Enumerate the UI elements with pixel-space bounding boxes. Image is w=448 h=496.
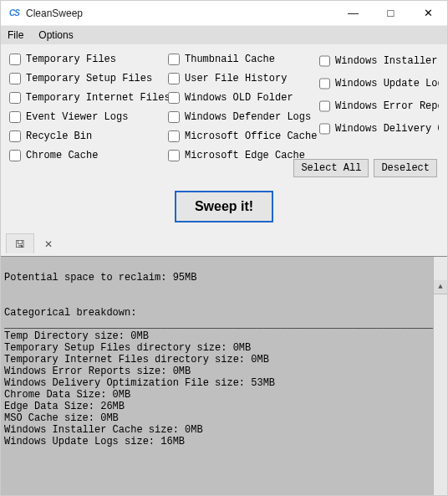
- checkbox-windows-installer-cache[interactable]: Windows Installer Cache: [319, 49, 439, 72]
- report-line: Windows Installer Cache size: 0MB: [4, 424, 203, 436]
- report-line: Windows Update Logs size: 16MB: [4, 436, 185, 447]
- checkbox-label: Thumbnail Cache: [185, 54, 275, 65]
- checkbox-label: Temporary Files: [26, 54, 116, 65]
- report-line: Temp Directory size: 0MB: [4, 330, 149, 342]
- app-logo-icon: CS: [8, 7, 21, 20]
- tab-close-icon[interactable]: ✕: [34, 233, 63, 253]
- checkbox-column-1: Temporary Files Temporary Setup Files Te…: [9, 49, 168, 165]
- minimize-button[interactable]: —: [334, 1, 372, 26]
- checkbox-input[interactable]: [9, 150, 21, 161]
- checkbox-label: User File History: [185, 73, 287, 84]
- report-line: Windows Error Reports size: 0MB: [4, 366, 191, 377]
- checkbox-label: Recycle Bin: [26, 130, 92, 142]
- checkbox-label: Windows Installer Cache: [335, 55, 439, 67]
- checkbox-input[interactable]: [168, 111, 180, 123]
- menu-options[interactable]: Options: [38, 29, 73, 41]
- checkbox-label: Microsoft Office Cache: [185, 130, 317, 142]
- checkbox-windows-update-logs[interactable]: Windows Update Logs: [319, 72, 439, 95]
- checkbox-label: Windows Update Logs: [335, 78, 439, 89]
- checkbox-windows-error-reports[interactable]: Windows Error Reports: [319, 95, 439, 117]
- checkbox-microsoft-office-cache[interactable]: Microsoft Office Cache: [168, 126, 319, 146]
- options-panel: Temporary Files Temporary Setup Files Te…: [1, 44, 447, 182]
- scroll-up-icon[interactable]: ▲: [434, 280, 447, 294]
- sweep-area: Sweep it!: [1, 182, 447, 231]
- checkbox-input[interactable]: [9, 92, 21, 104]
- checkbox-input[interactable]: [168, 130, 180, 142]
- checkbox-input[interactable]: [9, 130, 21, 142]
- checkbox-label: Windows Defender Logs: [185, 111, 311, 123]
- sweep-it-button[interactable]: Sweep it!: [175, 191, 273, 222]
- tab-strip: 🖫 ✕: [1, 231, 447, 256]
- checkbox-temporary-setup-files[interactable]: Temporary Setup Files: [9, 69, 168, 88]
- menubar: File Options: [1, 26, 447, 44]
- report-line: Temporary Setup Files directory size: 0M…: [4, 342, 251, 354]
- checkbox-label: Temporary Internet Files: [26, 92, 168, 104]
- report-line: Edge Data Size: 26MB: [4, 401, 125, 412]
- report-line: Windows Delivery Optimization File size:…: [4, 377, 275, 389]
- checkbox-label: Windows Delivery Optimizat: [335, 123, 439, 135]
- deselect-button[interactable]: Deselect: [374, 159, 437, 177]
- checkbox-input[interactable]: [9, 54, 21, 65]
- checkbox-input[interactable]: [319, 100, 330, 112]
- checkbox-column-2: Thumbnail Cache User File History Window…: [168, 49, 319, 165]
- checkbox-label: Event Viewer Logs: [26, 111, 128, 123]
- checkbox-input[interactable]: [168, 73, 180, 84]
- close-button[interactable]: ✕: [410, 1, 447, 26]
- checkbox-label: Microsoft Edge Cache: [185, 150, 305, 161]
- checkbox-windows-defender-logs[interactable]: Windows Defender Logs: [168, 107, 319, 126]
- checkbox-column-3: Windows Installer Cache Windows Update L…: [319, 49, 439, 165]
- checkbox-thumbnail-cache[interactable]: Thumbnail Cache: [168, 49, 319, 69]
- checkbox-recycle-bin[interactable]: Recycle Bin: [9, 126, 168, 146]
- report-potential-line: Potential space to reclaim: 95MB: [4, 272, 196, 284]
- checkbox-input[interactable]: [319, 123, 330, 135]
- report-breakdown-heading: Categorical breakdown:: [4, 307, 136, 319]
- window-title: CleanSweep: [26, 8, 83, 19]
- report-divider: ________________________________________…: [4, 319, 448, 330]
- checkbox-windows-old-folder[interactable]: Windows OLD Folder: [168, 88, 319, 107]
- report-line: Chrome Data Size: 0MB: [4, 389, 130, 401]
- report-line: Temporary Internet Files directory size:…: [4, 354, 269, 366]
- checkbox-label: Chrome Cache: [26, 150, 98, 161]
- checkbox-windows-delivery-optimization[interactable]: Windows Delivery Optimizat: [319, 117, 439, 140]
- menu-file[interactable]: File: [8, 29, 23, 41]
- checkbox-label: Windows Error Reports: [335, 100, 439, 112]
- checkbox-event-viewer-logs[interactable]: Event Viewer Logs: [9, 107, 168, 126]
- checkbox-label: Windows OLD Folder: [185, 92, 293, 104]
- checkbox-input[interactable]: [168, 92, 180, 104]
- checkbox-temporary-files[interactable]: Temporary Files: [9, 49, 168, 69]
- titlebar: CS CleanSweep — □ ✕: [1, 1, 447, 26]
- checkbox-input[interactable]: [168, 54, 180, 65]
- report-panel: Potential space to reclaim: 95MB Categor…: [1, 256, 447, 495]
- maximize-button[interactable]: □: [372, 1, 410, 26]
- checkbox-input[interactable]: [9, 111, 21, 123]
- select-all-button[interactable]: Select All: [293, 159, 369, 177]
- checkbox-temporary-internet-files[interactable]: Temporary Internet Files: [9, 88, 168, 107]
- checkbox-chrome-cache[interactable]: Chrome Cache: [9, 146, 168, 165]
- checkbox-input[interactable]: [168, 150, 180, 161]
- checkbox-input[interactable]: [9, 73, 21, 84]
- report-line: MSO Cache size: 0MB: [4, 412, 119, 424]
- checkbox-label: Temporary Setup Files: [26, 73, 152, 84]
- scrollbar[interactable]: ▲: [433, 257, 447, 495]
- checkbox-user-file-history[interactable]: User File History: [168, 69, 319, 88]
- tab-save-icon[interactable]: 🖫: [6, 233, 34, 253]
- checkbox-input[interactable]: [319, 78, 330, 89]
- checkbox-input[interactable]: [319, 55, 330, 67]
